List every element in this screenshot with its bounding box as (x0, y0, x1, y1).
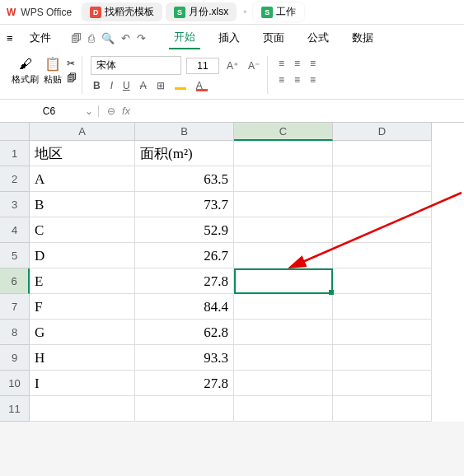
strikethrough-button[interactable]: A (138, 78, 149, 93)
cell[interactable] (333, 243, 432, 268)
align-middle-button[interactable]: ≡ (292, 56, 302, 71)
format-painter-button[interactable]: 🖌 格式刷 (12, 57, 39, 86)
cell[interactable]: A (30, 166, 135, 192)
italic-button[interactable]: I (108, 78, 115, 93)
cell[interactable] (333, 268, 432, 294)
align-left-button[interactable]: ≡ (276, 72, 287, 87)
print-icon[interactable]: ⎙ (88, 32, 95, 44)
name-box[interactable]: C6 (0, 105, 99, 117)
cell[interactable]: F (30, 294, 135, 320)
tab-templates[interactable]: D 找稻壳模板 (82, 2, 162, 21)
cell[interactable] (333, 166, 432, 192)
cell[interactable] (30, 396, 135, 422)
select-all-corner[interactable] (0, 123, 30, 141)
cell[interactable] (234, 166, 333, 192)
cell[interactable]: 26.7 (135, 243, 234, 268)
cell[interactable] (234, 396, 333, 422)
cell[interactable]: 52.9 (135, 217, 234, 243)
cell[interactable]: D (30, 243, 135, 268)
cell[interactable] (333, 371, 432, 396)
underline-button[interactable]: U (120, 78, 133, 93)
cell[interactable]: G (30, 320, 135, 345)
cell[interactable] (234, 268, 333, 294)
font-decrease-button[interactable]: A⁻ (246, 58, 262, 73)
menu-icon[interactable]: ≡ (7, 32, 13, 44)
cell[interactable] (333, 345, 432, 371)
font-size-select[interactable]: 11 (186, 58, 219, 74)
font-increase-button[interactable]: A⁺ (224, 58, 241, 73)
cell[interactable]: 27.8 (135, 371, 234, 396)
row-header[interactable]: 6 (0, 268, 30, 294)
tab-page[interactable]: 页面 (258, 27, 289, 49)
preview-icon[interactable]: 🔍 (101, 32, 115, 44)
fx-label[interactable]: fx (122, 105, 130, 117)
bold-button[interactable]: B (91, 78, 103, 93)
cell[interactable] (333, 217, 432, 243)
cell[interactable]: B (30, 192, 135, 217)
redo-icon[interactable]: ↷ (137, 32, 146, 44)
cell[interactable] (234, 141, 333, 166)
cell[interactable] (234, 217, 333, 243)
cell[interactable] (333, 396, 432, 422)
cell[interactable]: 62.8 (135, 320, 234, 345)
cell[interactable]: H (30, 345, 135, 371)
cell[interactable]: 73.7 (135, 192, 234, 217)
cell[interactable]: E (30, 268, 135, 294)
cell[interactable] (234, 320, 333, 345)
cell[interactable] (333, 320, 432, 345)
cell[interactable] (333, 141, 432, 166)
font-color-button[interactable]: A (194, 78, 210, 93)
column-header-d[interactable]: D (333, 123, 432, 141)
row-header[interactable]: 11 (0, 396, 30, 422)
cell[interactable] (234, 192, 333, 217)
row-header[interactable]: 7 (0, 294, 30, 320)
save-icon[interactable]: 🗐 (71, 32, 82, 44)
fill-color-button[interactable] (172, 77, 189, 94)
cell[interactable] (234, 243, 333, 268)
file-menu[interactable]: 文件 (30, 30, 51, 45)
tab-home[interactable]: 开始 (169, 26, 200, 49)
align-center-button[interactable]: ≡ (292, 72, 302, 87)
row-header[interactable]: 10 (0, 371, 30, 396)
cell[interactable]: 地区 (30, 141, 135, 166)
cell[interactable] (234, 294, 333, 320)
row-header[interactable]: 3 (0, 192, 30, 217)
cell[interactable]: 27.8 (135, 268, 234, 294)
row-header[interactable]: 9 (0, 345, 30, 371)
align-bottom-button[interactable]: ≡ (307, 56, 318, 71)
align-right-button[interactable]: ≡ (307, 72, 318, 87)
tab-workbook-2[interactable]: S 工作 (253, 2, 304, 21)
cell[interactable]: I (30, 371, 135, 396)
row-header[interactable]: 5 (0, 243, 30, 268)
cancel-icon[interactable]: ⊖ (107, 105, 115, 117)
row-header[interactable]: 2 (0, 166, 30, 192)
cell[interactable] (234, 371, 333, 396)
align-top-button[interactable]: ≡ (276, 56, 287, 71)
font-name-select[interactable]: 宋体 (91, 56, 181, 75)
cell[interactable] (333, 192, 432, 217)
column-header-a[interactable]: A (30, 123, 135, 141)
column-header-c[interactable]: C (234, 123, 333, 141)
cell[interactable] (135, 396, 234, 422)
cut-icon[interactable]: ✂ (67, 58, 77, 69)
cell[interactable]: 93.3 (135, 345, 234, 371)
cell[interactable]: C (30, 217, 135, 243)
tab-formula[interactable]: 公式 (302, 27, 334, 49)
undo-icon[interactable]: ↶ (121, 32, 130, 44)
row-header[interactable]: 4 (0, 217, 30, 243)
paste-button[interactable]: 📋 粘贴 (44, 56, 62, 86)
tab-data[interactable]: 数据 (347, 27, 378, 49)
row-header[interactable]: 8 (0, 320, 30, 345)
cell[interactable]: 84.4 (135, 294, 234, 320)
border-button[interactable]: ⊞ (154, 78, 167, 93)
spreadsheet-grid[interactable]: A B C D 1 地区 面积(m²) 2 A 63.5 3 B 73.7 4 … (0, 123, 464, 422)
cell[interactable]: 面积(m²) (135, 141, 234, 166)
copy-icon[interactable]: 🗐 (67, 72, 77, 84)
cell[interactable] (333, 294, 432, 320)
tab-workbook-1[interactable]: S 月份.xlsx (166, 2, 237, 21)
tab-insert[interactable]: 插入 (213, 27, 245, 49)
row-header[interactable]: 1 (0, 141, 30, 166)
cell[interactable]: 63.5 (135, 166, 234, 192)
cell[interactable] (234, 345, 333, 371)
column-header-b[interactable]: B (135, 123, 234, 141)
